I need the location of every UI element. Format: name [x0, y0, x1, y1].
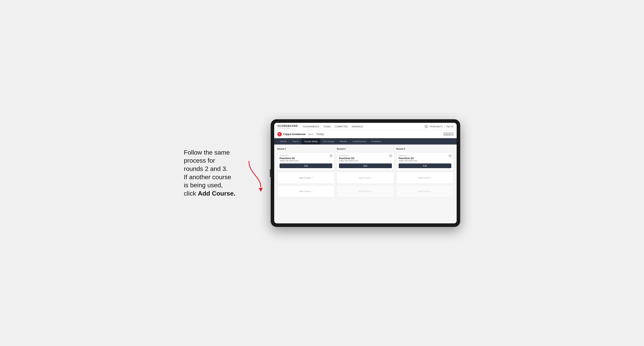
round-3-course-tag: (Course A)	[398, 155, 451, 157]
top-nav: SCOREBOARD Powered by clippd TOURNAMENTS…	[274, 123, 457, 131]
avatar	[424, 125, 428, 128]
round-2-label: Round 2	[337, 148, 394, 150]
round-3-course-card: ○ (Course A) Peachtree GC Yellow (M) (66…	[396, 152, 454, 170]
separator: |	[444, 125, 445, 128]
round-3-add-course-box[interactable]: Add Course +	[396, 172, 454, 184]
nav-committee[interactable]: COMMITTEE	[335, 125, 348, 128]
round-2-course-tag: (Course A)	[339, 155, 392, 157]
cancel-button[interactable]: Cancel ✕	[444, 133, 454, 136]
tournament-left: C Clippd Invitational (Men) Hosting	[278, 132, 325, 137]
tournament-type: (Men)	[308, 133, 314, 136]
clippd-letter: C	[279, 133, 280, 136]
round-2-course-detail: Yellow (M) (6629 yds)	[339, 160, 392, 162]
tab-bar: Details Teams Course Setup Tee Groups Re…	[274, 138, 457, 145]
round-1-extra-add-course-box[interactable]: Add Course +	[278, 185, 334, 197]
tournament-header: C Clippd Invitational (Men) Hosting Canc…	[274, 131, 457, 138]
instruction-line6: click	[184, 190, 198, 197]
round-3-extra-add-course-text: Add Course +	[418, 190, 432, 192]
tablet-side-button	[270, 169, 271, 177]
round-3-course-name: Peachtree GC	[398, 157, 451, 160]
round-1-course-card: ○ (Course A) Peachtree GC Yellow (M) (66…	[278, 152, 334, 170]
nav-links: TOURNAMENTS TEAMS COMMITTEE RANKINGS	[303, 125, 420, 128]
round-2-remove-button[interactable]: ○	[389, 154, 392, 157]
logo-text: SCOREBOARD	[278, 124, 298, 127]
round-3-edit-button[interactable]: Edit	[398, 164, 451, 168]
logo-area: SCOREBOARD Powered by clippd	[278, 124, 298, 129]
round-2-extra-add-course-text: Add Course +	[359, 190, 372, 192]
tab-leaderboards[interactable]: Leaderboards	[350, 138, 369, 145]
nav-teams[interactable]: TEAMS	[324, 125, 331, 128]
round-1-edit-button[interactable]: Edit	[280, 164, 332, 168]
tablet-screen: SCOREBOARD Powered by clippd TOURNAMENTS…	[274, 123, 457, 223]
instruction-line3: rounds 2 and 3.	[184, 165, 228, 172]
round-1-label: Round 1	[278, 148, 334, 150]
tab-results[interactable]: Results	[337, 138, 350, 145]
round-1-column: Round 1 ○ (Course A) Peachtree GC Yellow…	[278, 148, 334, 197]
round-2-course-card: ○ (Course A) Peachtree GC Yellow (M) (66…	[337, 152, 394, 170]
nav-right: blair@clippd.io | Sign out	[424, 125, 454, 128]
hosting-badge: Hosting	[315, 133, 325, 136]
arrow-area	[247, 153, 263, 193]
nav-rankings[interactable]: RANKINGS	[352, 125, 363, 128]
round-3-label: Round 3	[396, 148, 454, 150]
instruction-line5: is being used,	[184, 181, 223, 189]
logo-sub: Powered by clippd	[278, 127, 298, 129]
round-3-column: Round 3 ○ (Course A) Peachtree GC Yellow…	[396, 148, 454, 197]
instruction-line1: Follow the same	[184, 149, 230, 156]
round-2-edit-button[interactable]: Edit	[339, 164, 392, 168]
round-1-add-course-box[interactable]: Add Course +	[278, 172, 334, 184]
pink-arrow-icon	[247, 157, 265, 193]
instruction-line4: If another course	[184, 173, 231, 180]
instruction-text: Follow the same process for rounds 2 and…	[184, 149, 239, 198]
user-email: blair@clippd.io	[430, 125, 443, 128]
tab-details[interactable]: Details	[278, 138, 290, 145]
round-1-course-name: Peachtree GC	[280, 157, 332, 160]
instruction-bold: Add Course.	[198, 190, 235, 197]
sign-out-link[interactable]: Sign out	[446, 125, 454, 128]
tournament-name: Clippd Invitational	[283, 133, 306, 136]
round-3-extra-add-course-box: Add Course +	[396, 185, 454, 197]
svg-marker-0	[259, 188, 263, 192]
tab-printables[interactable]: Printables	[369, 138, 384, 145]
round-1-extra-add-course-text: Add Course +	[299, 190, 313, 192]
round-2-column: Round 2 ○ (Course A) Peachtree GC Yellow…	[337, 148, 394, 197]
round-1-add-course-text: Add Course +	[299, 177, 313, 179]
round-3-course-detail: Yellow (M) (6629 yds)	[398, 160, 451, 162]
tab-course-setup[interactable]: Course Setup	[302, 138, 320, 145]
tab-tee-groups[interactable]: Tee Groups	[320, 138, 337, 145]
tablet-device: SCOREBOARD Powered by clippd TOURNAMENTS…	[271, 119, 460, 227]
rounds-grid: Round 1 ○ (Course A) Peachtree GC Yellow…	[278, 148, 454, 197]
main-content: Round 1 ○ (Course A) Peachtree GC Yellow…	[274, 145, 457, 223]
round-2-add-course-text: Add Course +	[359, 177, 372, 179]
nav-tournaments[interactable]: TOURNAMENTS	[303, 125, 320, 128]
round-1-remove-button[interactable]: ○	[330, 154, 333, 157]
page-wrapper: Follow the same process for rounds 2 and…	[184, 119, 460, 227]
round-1-course-tag: (Course A)	[280, 155, 332, 157]
round-3-add-course-text: Add Course +	[418, 177, 432, 179]
tab-teams[interactable]: Teams	[290, 138, 302, 145]
round-2-add-course-box[interactable]: Add Course +	[337, 172, 394, 184]
round-2-extra-add-course-box: Add Course +	[337, 185, 394, 197]
instruction-line2: process for	[184, 157, 215, 164]
round-1-course-detail: Yellow (M) (6629 yds)	[280, 160, 332, 162]
clippd-logo: C	[278, 132, 282, 137]
round-3-remove-button[interactable]: ○	[448, 154, 452, 157]
round-2-course-name: Peachtree GC	[339, 157, 392, 160]
